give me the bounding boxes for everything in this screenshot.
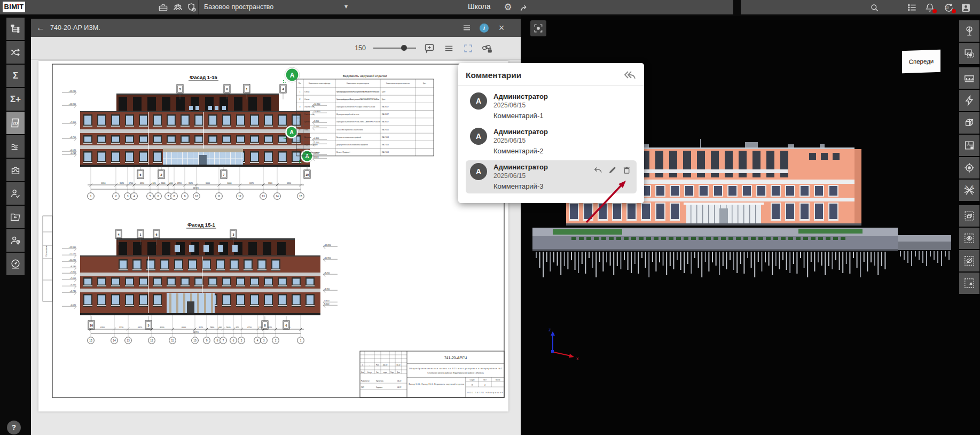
svg-text:13: 13 (127, 339, 130, 342)
sidebar-item-user-location[interactable] (6, 229, 25, 252)
shield-access-icon[interactable] (186, 2, 198, 13)
svg-text:6: 6 (233, 339, 234, 342)
svg-text:660: 660 (170, 182, 173, 184)
sidebar-item-clear-selection[interactable] (959, 273, 979, 294)
sidebar-item-floor-plan[interactable] (959, 135, 979, 156)
drawing-sheet[interactable]: Согласовано Фасад 1-15 (38, 61, 508, 411)
sidebar-item-hide-selected[interactable] (959, 250, 979, 271)
projects-briefcase-icon[interactable] (157, 2, 169, 13)
view-cube-front-label[interactable]: Спереди (902, 50, 940, 74)
chevron-down-icon[interactable]: ▾ (344, 3, 348, 10)
link-lock-icon[interactable] (481, 42, 493, 54)
tasks-list-icon[interactable] (906, 2, 918, 13)
sidebar-item-saved-views[interactable] (959, 43, 979, 64)
zoom-value: 150 (355, 44, 366, 52)
sidebar-item-model-tree[interactable] (6, 18, 25, 40)
svg-text:56720: 56720 (193, 187, 199, 189)
tree-structure-icon (10, 23, 21, 35)
sheet-list-icon[interactable] (461, 22, 472, 33)
sidebar-item-measure[interactable] (959, 67, 979, 89)
sidebar-item-approvals[interactable] (6, 182, 25, 205)
svg-text:3120: 3120 (268, 182, 272, 184)
sidebar-item-plugins[interactable] (6, 159, 25, 181)
share-icon[interactable] (518, 2, 530, 13)
svg-text:10: 10 (193, 339, 197, 342)
notifications-bell-icon[interactable] (924, 2, 936, 13)
sidebar-item-focus[interactable] (959, 157, 979, 178)
sidebar-item-grids-axes[interactable]: 12 (959, 180, 979, 201)
back-arrow-icon[interactable]: ← (36, 23, 45, 33)
add-comment-icon[interactable] (424, 42, 435, 54)
svg-text:Ходырев: Ходырев (376, 386, 382, 389)
svg-text:5: 5 (147, 324, 149, 327)
svg-text:Фасад 15-1: Фасад 15-1 (187, 222, 215, 228)
close-icon[interactable]: × (496, 22, 507, 33)
axis-gizmo: z x (548, 327, 579, 361)
svg-text:Стены: Стены (304, 98, 310, 100)
comment-item[interactable]: AАдминистратор2025/06/15Комментарий-2 (466, 125, 637, 158)
zoom-slider[interactable] (373, 44, 416, 52)
eye-slash-dashed-icon (963, 255, 975, 267)
svg-text:12: 12 (238, 195, 241, 198)
svg-text:2890: 2890 (177, 182, 182, 184)
svg-text:-0.600: -0.600 (324, 303, 329, 305)
help-button[interactable]: ? (7, 421, 21, 434)
collapse-panel-icon[interactable] (623, 69, 637, 81)
search-icon[interactable] (868, 2, 880, 13)
sidebar-item-environment[interactable] (959, 20, 979, 42)
team-users-icon[interactable] (172, 2, 184, 13)
svg-text:Штукатурка мокрый слой по сетк: Штукатурка мокрый слой по сетке (336, 113, 359, 115)
zoom-slider-knob[interactable] (401, 45, 407, 51)
sidebar-item-clash[interactable] (6, 41, 25, 64)
comments-panel: Комментарии AАдминистратор2025/06/15Комм… (458, 63, 644, 203)
history-icon[interactable]: 10 (943, 2, 954, 13)
comment-item[interactable]: AАдминистратор2025/06/15Комментарий-3 (466, 160, 637, 193)
svg-text:5: 5 (300, 121, 301, 123)
sidebar-item-show-selected[interactable] (959, 228, 979, 249)
svg-text:RAL 8017: RAL 8017 (382, 121, 389, 123)
cube-dashed-icon (963, 210, 975, 222)
sidebar-item-summary[interactable]: Σ (6, 65, 25, 87)
sidebar-item-dashboard[interactable] (6, 253, 25, 275)
svg-text:10: 10 (305, 173, 309, 176)
clear-x-dashed-icon (963, 277, 975, 289)
sidebar-item-summary-add[interactable]: Σ+ (6, 88, 25, 111)
sidebar-item-2d-documents[interactable]: 2D (6, 112, 25, 134)
svg-text:z: z (548, 327, 551, 332)
app-logo[interactable]: BiMiT (3, 2, 25, 12)
svg-text:Согласовано: Согласовано (45, 245, 48, 257)
sidebar-item-charts[interactable] (6, 135, 25, 158)
svg-text:Общеобразовательная школа на 8: Общеобразовательная школа на 825 мест уч… (409, 368, 502, 370)
drawing-canvas[interactable]: Согласовано Фасад 1-15 (31, 60, 521, 435)
delete-trash-icon[interactable] (622, 166, 631, 175)
svg-text:2: 2 (300, 98, 301, 100)
settings-gear-icon[interactable]: ⚙ (502, 2, 514, 13)
user-avatar-icon[interactable] (960, 2, 971, 13)
sidebar-item-export[interactable] (6, 206, 25, 228)
svg-text:8: 8 (300, 144, 301, 146)
svg-text:660: 660 (219, 327, 222, 329)
ruler-icon (963, 72, 975, 84)
svg-text:-0.450: -0.450 (324, 300, 329, 302)
workspace-selector[interactable]: Базовое пространство (204, 3, 273, 11)
svg-text:04.22: 04.22 (397, 380, 402, 382)
sidebar-item-section-box[interactable] (959, 112, 979, 134)
svg-text:Подп.: Подп. (390, 371, 394, 374)
comment-item[interactable]: AАдминистратор2025/06/15Комментарий-1 (466, 90, 637, 123)
layers-list-icon[interactable] (443, 42, 454, 54)
fit-screen-icon[interactable] (462, 42, 474, 54)
screenshot-camera-button[interactable] (530, 20, 546, 36)
edit-pencil-icon[interactable] (608, 166, 617, 175)
info-icon[interactable]: i (480, 24, 489, 33)
svg-text:10: 10 (90, 324, 93, 327)
reply-icon[interactable] (593, 166, 602, 175)
svg-text:+10.950: +10.950 (313, 111, 320, 113)
logo-red-dot (17, 4, 19, 5)
sidebar-item-clash-check[interactable] (959, 90, 979, 111)
svg-text:RAL 7004: RAL 7004 (382, 136, 389, 138)
svg-text:8: 8 (217, 339, 218, 342)
svg-text:1: 1 (362, 364, 363, 366)
svg-text:Курбатова: Курбатова (376, 380, 383, 382)
svg-text:+7.050: +7.050 (70, 277, 76, 279)
sidebar-item-selection-box[interactable] (959, 205, 979, 227)
